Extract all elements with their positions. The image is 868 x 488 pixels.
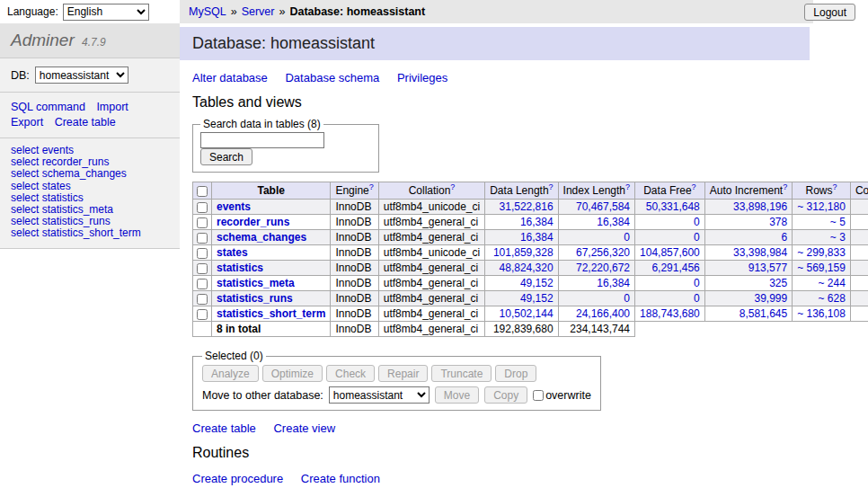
table-name-link[interactable]: states: [217, 246, 248, 259]
help-link[interactable]: ?: [692, 182, 696, 191]
table-name-link[interactable]: statistics: [217, 262, 263, 274]
rows-link[interactable]: ~ 628: [819, 292, 846, 305]
export-link[interactable]: Export: [11, 116, 43, 129]
data-free-link[interactable]: 0: [694, 292, 700, 305]
breadcrumb-mysql-link[interactable]: MySQL: [189, 5, 226, 18]
row-checkbox[interactable]: [197, 309, 208, 320]
data-length-link[interactable]: 10,502,144: [500, 307, 554, 320]
logout-button[interactable]: Logout: [804, 4, 855, 21]
table-name-link[interactable]: statistics_short_term: [217, 307, 325, 320]
data-length-link[interactable]: 16,384: [520, 216, 554, 228]
table-name-link[interactable]: statistics_runs: [217, 292, 293, 305]
drop-button[interactable]: Drop: [495, 365, 536, 382]
db-select[interactable]: homeassistant: [35, 67, 128, 84]
auto-increment-cell: 325: [704, 276, 792, 291]
auto-increment-link[interactable]: 8,581,645: [740, 307, 787, 320]
database-schema-link[interactable]: Database schema: [285, 71, 379, 84]
row-select-cell: [193, 291, 212, 306]
help-link[interactable]: ?: [833, 182, 837, 191]
index-length-link[interactable]: 16,384: [597, 277, 630, 289]
rows-link[interactable]: ~ 136,108: [797, 307, 846, 320]
create-view-link[interactable]: Create view: [273, 421, 335, 435]
auto-increment-link[interactable]: 33,898,196: [733, 200, 787, 213]
sidebar-table-link[interactable]: select schema_changes: [11, 168, 169, 180]
search-button[interactable]: Search: [200, 148, 252, 165]
breadcrumb-server-link[interactable]: Server: [242, 5, 275, 18]
row-checkbox[interactable]: [197, 233, 208, 244]
check-button[interactable]: Check: [326, 365, 375, 382]
data-free-link[interactable]: 0: [694, 216, 700, 228]
sidebar-table-link[interactable]: select statistics_short_term: [11, 227, 169, 239]
data-length-link[interactable]: 49,152: [520, 277, 554, 289]
privileges-link[interactable]: Privileges: [397, 71, 447, 84]
index-length-link[interactable]: 0: [624, 292, 630, 305]
optimize-button[interactable]: Optimize: [262, 365, 323, 382]
move-db-select[interactable]: homeassistant: [329, 386, 430, 404]
rows-link[interactable]: ~ 299,833: [797, 246, 846, 259]
create-table-link[interactable]: Create table: [192, 421, 256, 435]
rows-link[interactable]: ~ 312,180: [797, 200, 846, 213]
row-checkbox[interactable]: [197, 263, 208, 274]
row-checkbox[interactable]: [197, 279, 208, 289]
index-length-link[interactable]: 24,166,400: [576, 307, 630, 320]
data-free-link[interactable]: 50,331,648: [646, 200, 700, 213]
repair-button[interactable]: Repair: [378, 365, 428, 382]
help-link[interactable]: ?: [549, 182, 554, 191]
truncate-button[interactable]: Truncate: [431, 365, 492, 382]
table-name-link[interactable]: events: [217, 200, 251, 213]
index-length-link[interactable]: 0: [624, 231, 630, 244]
copy-button[interactable]: Copy: [484, 386, 527, 404]
auto-increment-link[interactable]: 325: [769, 277, 787, 289]
move-button[interactable]: Move: [435, 386, 479, 404]
data-free-link[interactable]: 188,743,680: [640, 307, 700, 320]
language-select[interactable]: English: [63, 4, 149, 21]
row-checkbox[interactable]: [197, 294, 208, 305]
sql-command-link[interactable]: SQL command: [11, 101, 85, 113]
data-length-link[interactable]: 16,384: [520, 231, 554, 244]
engine-cell: InnoDB: [331, 261, 378, 276]
rows-link[interactable]: ~ 569,159: [797, 262, 846, 274]
data-length-link[interactable]: 31,522,816: [500, 200, 554, 213]
data-length-cell: 49,152: [485, 291, 558, 306]
help-link[interactable]: ?: [625, 182, 630, 191]
data-free-link[interactable]: 104,857,600: [640, 246, 700, 259]
analyze-button[interactable]: Analyze: [202, 365, 259, 382]
data-length-link[interactable]: 49,152: [520, 292, 554, 305]
auto-increment-link[interactable]: 33,398,984: [733, 246, 787, 259]
overwrite-checkbox[interactable]: [533, 390, 544, 401]
create-procedure-link[interactable]: Create procedure: [192, 472, 283, 485]
data-free-link[interactable]: 6,291,456: [651, 262, 699, 274]
auto-increment-link[interactable]: 378: [769, 216, 787, 228]
row-checkbox[interactable]: [197, 248, 208, 259]
help-link[interactable]: ?: [369, 182, 374, 191]
row-checkbox[interactable]: [197, 202, 208, 213]
index-length-link[interactable]: 67,256,320: [576, 246, 630, 259]
auto-increment-link[interactable]: 913,577: [748, 262, 787, 274]
data-free-link[interactable]: 0: [694, 277, 700, 289]
row-checkbox[interactable]: [197, 217, 208, 228]
help-link[interactable]: ?: [450, 182, 455, 191]
table-name-link[interactable]: statistics_meta: [217, 277, 295, 289]
sidebar-table-link[interactable]: select states: [11, 181, 169, 192]
search-input[interactable]: [200, 132, 324, 148]
table-name-link[interactable]: schema_changes: [217, 231, 306, 244]
table-name-link[interactable]: recorder_runs: [217, 216, 289, 228]
index-length-link[interactable]: 72,220,672: [576, 262, 630, 274]
create-table-sidebar-link[interactable]: Create table: [55, 116, 116, 129]
auto-increment-link[interactable]: 6: [781, 231, 787, 244]
data-free-link[interactable]: 0: [694, 231, 700, 244]
alter-database-link[interactable]: Alter database: [192, 71, 268, 84]
index-length-link[interactable]: 16,384: [597, 216, 630, 228]
index-length-link[interactable]: 70,467,584: [576, 200, 630, 213]
help-link[interactable]: ?: [783, 182, 787, 191]
data-length-link[interactable]: 101,859,328: [493, 246, 554, 259]
create-function-link[interactable]: Create function: [301, 472, 380, 485]
rows-link[interactable]: ~ 244: [819, 277, 846, 289]
auto-increment-link[interactable]: 39,999: [754, 292, 787, 305]
data-length-link[interactable]: 48,824,320: [500, 262, 554, 274]
rows-link[interactable]: ~ 5: [830, 216, 846, 228]
rows-link[interactable]: ~ 3: [830, 231, 846, 244]
rows-cell: ~ 628: [793, 291, 851, 306]
select-all-checkbox[interactable]: [197, 186, 208, 197]
import-link[interactable]: Import: [96, 101, 128, 113]
